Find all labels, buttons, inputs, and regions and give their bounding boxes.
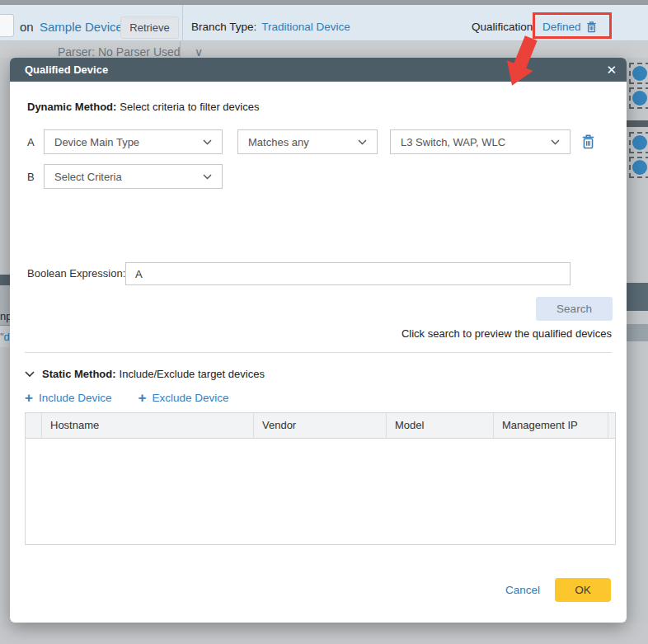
- branch-type-group: Branch Type:Traditional Device: [191, 21, 350, 33]
- dialog-header: Qualified Device ✕: [10, 58, 627, 82]
- dialog-title: Qualified Device: [25, 58, 108, 82]
- criteria-dropdown-a[interactable]: Device Main Type: [44, 129, 223, 154]
- exclude-device-label: Exclude Device: [152, 392, 228, 404]
- background-bottom-strip: [0, 623, 648, 644]
- table-header-model: Model: [387, 413, 494, 438]
- bar-divider: [182, 5, 183, 41]
- on-label: on: [20, 20, 34, 34]
- device-icon: [632, 91, 647, 106]
- branch-type-value[interactable]: Traditional Device: [261, 21, 350, 33]
- table-header-vendor: Vendor: [254, 413, 387, 438]
- device-table-header: Hostname Vendor Model Management IP: [26, 413, 615, 439]
- section-divider: [25, 352, 612, 353]
- row-b-label: B: [27, 171, 35, 183]
- device-icon: [632, 135, 647, 150]
- exclude-device-button[interactable]: + Exclude Device: [139, 392, 229, 404]
- table-header-spacer: [608, 413, 615, 438]
- dialog-footer: Cancel OK: [505, 578, 611, 602]
- device-icon-box: [629, 157, 648, 178]
- search-button[interactable]: Search: [536, 297, 613, 321]
- bg-band: [627, 120, 648, 127]
- dynamic-method-label: Dynamic Method:: [27, 101, 116, 113]
- static-method-label: Static Method:: [42, 368, 116, 380]
- value-dropdown-a-value: L3 Switch, WAP, WLC: [401, 136, 505, 148]
- device-table-body: [26, 439, 615, 544]
- close-icon[interactable]: ✕: [606, 58, 617, 82]
- cancel-button[interactable]: Cancel: [505, 584, 540, 596]
- screen: on Sample Device Retrieve Branch Type:Tr…: [0, 0, 648, 644]
- parser-divider: [180, 41, 181, 58]
- bg-band: [627, 283, 648, 311]
- bg-text-fragment: "d: [0, 331, 10, 343]
- search-hint-text: Click search to preview the qualified de…: [401, 327, 612, 340]
- collapse-chevron-icon[interactable]: [25, 371, 35, 378]
- bg-band: [627, 324, 648, 341]
- dynamic-method-heading: Dynamic Method:Select criteria to filter…: [27, 101, 259, 113]
- row-a-label: A: [27, 136, 35, 148]
- device-icon-box: [629, 63, 648, 84]
- device-icon-box: [629, 87, 648, 109]
- boolean-expression-input[interactable]: [125, 262, 571, 285]
- chevron-down-icon: [551, 139, 560, 145]
- operator-dropdown-a-value: Matches any: [248, 136, 309, 148]
- parser-dropdown-label: Parser: No Parser Used: [58, 45, 181, 58]
- parser-chevron-icon: ∨: [195, 45, 203, 58]
- value-dropdown-a[interactable]: L3 Switch, WAP, WLC: [390, 129, 571, 154]
- table-header-management-ip: Management IP: [494, 413, 608, 438]
- plus-icon: +: [139, 393, 147, 404]
- qualification-label: Qualification:: [472, 21, 536, 33]
- sample-device-link[interactable]: Sample Device: [40, 20, 123, 34]
- retrieve-button[interactable]: Retrieve: [120, 16, 179, 39]
- background-left-strip: np "d: [0, 58, 10, 623]
- include-device-button[interactable]: + Include Device: [25, 392, 112, 404]
- background-right-strip: [627, 58, 648, 623]
- row-a-trash-icon[interactable]: [581, 134, 595, 149]
- chevron-down-icon: [203, 139, 212, 145]
- criteria-dropdown-b-value: Select Criteria: [54, 171, 122, 183]
- device-icon: [632, 66, 647, 81]
- device-actions-row: + Include Device + Exclude Device: [25, 392, 228, 404]
- branch-type-label: Branch Type:: [191, 21, 256, 33]
- device-icon: [632, 160, 647, 175]
- boolean-expression-label: Boolean Expression:: [27, 267, 125, 280]
- annotation-highlight-box: [533, 12, 612, 39]
- static-method-heading: Static Method:Include/Exclude target dev…: [25, 368, 265, 380]
- table-header-select: [26, 413, 42, 438]
- partial-button[interactable]: [0, 14, 14, 37]
- device-icon-box: [629, 132, 648, 153]
- qualified-device-dialog: Qualified Device ✕ Dynamic Method:Select…: [10, 58, 627, 623]
- ok-button[interactable]: OK: [555, 578, 611, 602]
- criteria-dropdown-a-value: Device Main Type: [54, 136, 139, 148]
- parser-row: Parser: No Parser Used ∨: [0, 41, 648, 58]
- criteria-dropdown-b[interactable]: Select Criteria: [44, 164, 223, 189]
- device-table: Hostname Vendor Model Management IP: [25, 412, 616, 545]
- include-device-label: Include Device: [39, 392, 112, 404]
- plus-icon: +: [25, 393, 33, 404]
- chevron-down-icon: [203, 174, 212, 180]
- operator-dropdown-a[interactable]: Matches any: [237, 129, 378, 154]
- table-header-hostname: Hostname: [42, 413, 254, 438]
- bg-text-fragment: np: [0, 310, 10, 322]
- dynamic-method-text: Select criteria to filter devices: [120, 101, 259, 113]
- bg-band: [0, 275, 10, 285]
- static-method-text: Include/Exclude target devices: [120, 368, 265, 380]
- chevron-down-icon: [358, 139, 367, 145]
